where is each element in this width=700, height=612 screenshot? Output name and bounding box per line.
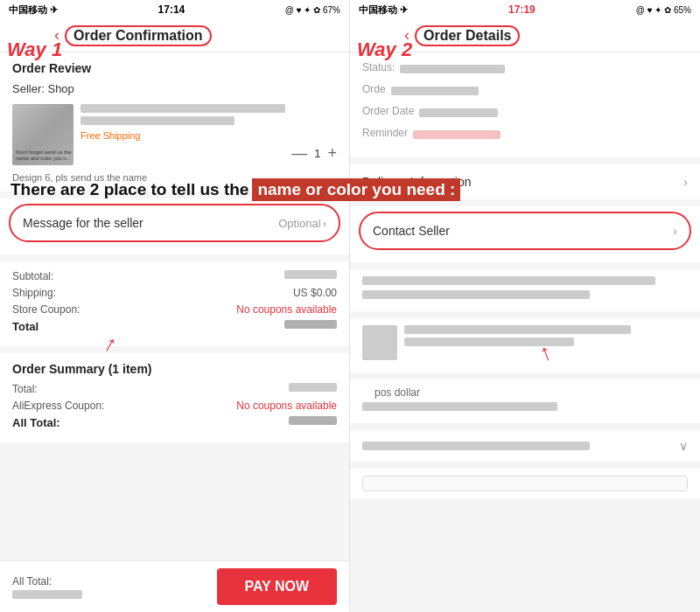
right-time: 17:19 — [508, 3, 536, 16]
pay-now-button[interactable]: PAY NOW — [217, 568, 338, 605]
order-review-title: Order Review — [12, 61, 337, 75]
no-coupons2[interactable]: No coupons available — [236, 400, 337, 412]
detail-blurs-1 — [350, 269, 700, 311]
product-name-blur1 — [80, 104, 285, 113]
contact-seller-chevron: › — [673, 224, 677, 238]
pos-dollar-label: pos dollar — [362, 383, 688, 402]
message-optional: Optional › — [278, 217, 326, 230]
store-coupon-row: Store Coupon: No coupons available — [12, 303, 337, 316]
order-date-value — [419, 108, 498, 117]
pos-dollar-section: pos dollar — [350, 379, 700, 423]
all-total-value — [289, 416, 337, 425]
left-bottom-bar: All Total: PAY NOW — [0, 560, 349, 612]
ali-coupon-label: AliExpress Coupon: — [12, 400, 104, 412]
overlay-banner: There are 2 place to tell us the name or… — [0, 171, 700, 208]
blur-square — [362, 325, 397, 360]
status-field: Status: — [362, 61, 688, 76]
qty-value: 1 — [314, 147, 320, 160]
product-image: Don't forget send us the name and color … — [12, 104, 74, 165]
overlay-text-red: name or color you need : — [252, 178, 460, 201]
price-section: Subtotal: Shipping: US $0.00 Store Coupo… — [0, 261, 349, 346]
message-seller-label: Message for the seller — [23, 216, 144, 230]
right-content: Status: Orde Order Date — [350, 52, 700, 612]
blur-line-5 — [362, 402, 557, 411]
blur-line-3 — [404, 325, 631, 334]
total2-value — [289, 383, 337, 392]
left-nav-bar: Way 1 ‹ Order Confirmation — [0, 19, 349, 52]
order-date-field: Order Date — [362, 105, 688, 120]
input-box[interactable] — [362, 476, 688, 491]
status-section: Status: Orde Order Date — [350, 52, 700, 157]
message-seller-row[interactable]: Message for the seller Optional › — [9, 204, 340, 242]
reminder-label: Reminder — [362, 127, 408, 139]
right-nav-title: Order Details — [415, 25, 690, 46]
subtotal-label: Subtotal: — [12, 270, 53, 282]
total-value — [284, 320, 337, 329]
blur-line-1 — [362, 276, 655, 285]
right-carrier: 中国移动 ✈ — [359, 3, 408, 17]
right-panel: 中国移动 ✈ 17:19 @ ♥ ✦ ✿ 65% Way 2 ‹ Order D… — [350, 0, 700, 612]
order-label: Orde — [362, 83, 386, 95]
blur-row-1 — [362, 325, 688, 360]
left-status-bar: 中国移动 ✈ 17:14 @ ♥ ✦ ✿ 67% — [0, 0, 349, 19]
input-row — [350, 469, 700, 498]
right-status-bar: 中国移动 ✈ 17:19 @ ♥ ✦ ✿ 65% — [350, 0, 700, 19]
total-row: Total — [12, 320, 337, 333]
left-carrier: 中国移动 ✈ — [9, 3, 58, 17]
ali-coupon-row: AliExpress Coupon: No coupons available — [12, 400, 337, 412]
bottom-total-area: All Total: — [12, 575, 82, 599]
qty-plus-btn[interactable]: + — [327, 144, 337, 163]
message-chevron: › — [323, 217, 326, 230]
shipping-row: Shipping: US $0.00 — [12, 287, 337, 299]
all-total-label: All Total: — [12, 416, 60, 429]
qty-minus-btn[interactable]: — — [291, 144, 307, 163]
reminder-field: Reminder — [362, 127, 688, 142]
total2-row: Total: — [12, 383, 337, 395]
product-name-blur2 — [80, 116, 234, 125]
reminder-value — [413, 130, 500, 139]
contact-seller-row[interactable]: Contact Seller › — [359, 212, 691, 250]
status-row-inner: Status: — [362, 61, 688, 76]
main-container: 中国移动 ✈ 17:14 @ ♥ ✦ ✿ 67% Way 1 ‹ Order C… — [0, 0, 700, 612]
contact-seller-label: Contact Seller — [373, 224, 450, 238]
order-value — [391, 87, 479, 95]
all-total-row: All Total: — [12, 416, 337, 429]
free-shipping-label: Free Shipping — [80, 130, 337, 141]
right-icons: @ ♥ ✦ ✿ 65% — [636, 5, 691, 15]
store-coupon-label: Store Coupon: — [12, 303, 80, 316]
left-time: 17:14 — [158, 3, 186, 16]
product-row: Don't forget send us the name and color … — [12, 104, 337, 165]
no-coupons[interactable]: No coupons available — [236, 303, 337, 316]
contact-seller-wrap: Contact Seller › — [350, 206, 700, 262]
dropdown-chevron: ∨ — [679, 439, 688, 453]
overlay-text-black: There are 2 place to tell us the — [10, 180, 248, 199]
bottom-total-blur — [12, 590, 82, 599]
order-row-inner: Orde — [362, 83, 688, 98]
order-summary-title: Order Summary (1 item) — [12, 362, 337, 376]
status-label: Status: — [362, 61, 395, 73]
product-info: Free Shipping — 1 + — [80, 104, 337, 163]
detail-blurs-2 — [350, 318, 700, 372]
status-value — [400, 65, 505, 73]
way1-label: Way 1 — [7, 38, 62, 61]
shipping-label: Shipping: — [12, 287, 56, 299]
shipping-value: US $0.00 — [293, 287, 337, 299]
left-icons: @ ♥ ✦ ✿ 67% — [285, 5, 340, 15]
qty-row: — 1 + — [80, 144, 337, 163]
dropdown-value — [362, 442, 590, 450]
way2-label: Way 2 — [357, 38, 412, 61]
seller-row: Seller: Shop — [12, 82, 337, 95]
order-date-label: Order Date — [362, 105, 414, 117]
total-label: Total — [12, 320, 38, 333]
right-nav-bar: Way 2 ‹ Order Details — [350, 19, 700, 52]
reminder-row: Reminder — [362, 127, 688, 142]
left-content: Order Review Seller: Shop Don't forget s… — [0, 52, 349, 560]
total2-label: Total: — [12, 383, 38, 395]
left-panel: 中国移动 ✈ 17:14 @ ♥ ✦ ✿ 67% Way 1 ‹ Order C… — [0, 0, 350, 612]
order-field: Orde — [362, 83, 688, 98]
all-total2-label: All Total: — [12, 575, 82, 588]
left-nav-title: Order Confirmation — [65, 25, 339, 46]
subtotal-value — [284, 270, 337, 279]
order-date-row: Order Date — [362, 105, 688, 120]
dropdown-row[interactable]: ∨ — [350, 430, 700, 462]
